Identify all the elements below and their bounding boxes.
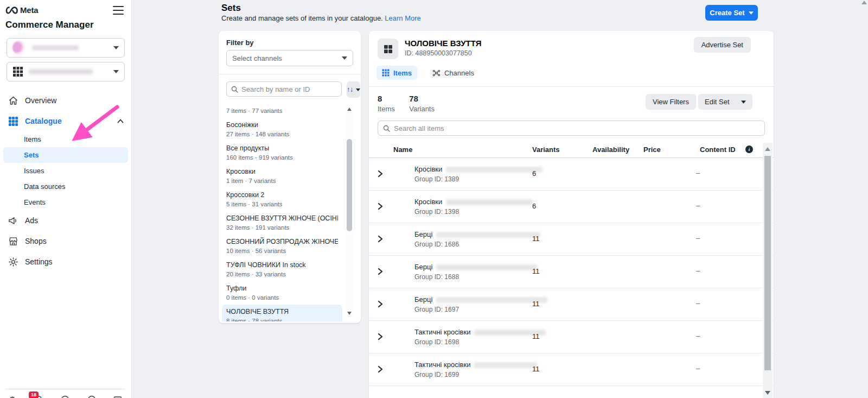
- grid-icon: [12, 66, 23, 77]
- message-icon[interactable]: [87, 395, 97, 398]
- redacted-name: [436, 264, 537, 270]
- catalogue-grid-icon: [8, 116, 18, 127]
- set-list: 7 items · 77 variants Босоніжки 27 items…: [219, 102, 361, 321]
- chevron-right-icon[interactable]: [378, 170, 383, 178]
- tab-items[interactable]: Items: [376, 66, 417, 80]
- sidebar-item-shops[interactable]: Shops: [0, 231, 131, 251]
- edit-set-button[interactable]: Edit Set: [698, 94, 752, 110]
- chevron-up-icon: [117, 119, 124, 123]
- set-list-item[interactable]: СЕЗОННИЙ РОЗПРОДАЖ ЖІНОЧЕ 10 items · 56 …: [222, 235, 342, 258]
- sidebar-item-ads[interactable]: Ads: [0, 210, 131, 231]
- item-name: Берці: [414, 263, 432, 271]
- sidebar-item-events[interactable]: Events: [0, 194, 131, 210]
- commerce-manager-app: Meta Commerce Manager Overview: [0, 0, 868, 398]
- set-list-item[interactable]: ТУФЛІ ЧОВНИКИ In stock 20 items · 33 var…: [222, 258, 342, 281]
- sidebar-item-catalogue[interactable]: Catalogue: [0, 111, 131, 131]
- business-selector[interactable]: [7, 38, 125, 58]
- scrollbar-up-icon[interactable]: [347, 108, 352, 111]
- chevron-right-icon[interactable]: [378, 365, 383, 373]
- sidebar-item-issues[interactable]: Issues: [0, 163, 131, 179]
- catalogue-selector[interactable]: [7, 62, 125, 81]
- items-search-box: [378, 121, 765, 136]
- channels-icon: [432, 69, 441, 77]
- set-list-item[interactable]: Босоніжки 27 items · 148 variants: [222, 118, 342, 141]
- table-row[interactable]: Берці Group ID: 1697 11 –: [369, 288, 774, 321]
- chevron-right-icon[interactable]: [378, 268, 383, 275]
- set-meta: 20 items · 33 variants: [226, 270, 338, 278]
- scrollbar-thumb[interactable]: [347, 139, 352, 231]
- sidebar-item-settings[interactable]: Settings: [0, 251, 131, 272]
- megaphone-icon: [8, 215, 18, 226]
- scrollbar-up-icon[interactable]: [765, 147, 770, 151]
- set-list-item[interactable]: СЕЗОННЕ ВЗУТТЯ ЖІНОЧЕ (ОСІНЬ) 32 items ·…: [222, 211, 342, 235]
- set-list-scrollbar[interactable]: [346, 105, 353, 317]
- sort-button[interactable]: ↑↓: [347, 81, 360, 98]
- redacted-name: [446, 167, 542, 173]
- scrollbar-thumb[interactable]: [764, 156, 771, 370]
- set-meta: 0 items · 0 variants: [226, 294, 338, 301]
- tab-channels[interactable]: Channels: [427, 66, 480, 80]
- chevron-right-icon[interactable]: [378, 235, 383, 243]
- page-scrollbar-up-icon[interactable]: [861, 1, 867, 4]
- items-count-label: Items: [378, 105, 395, 113]
- sidebar-item-items[interactable]: Items: [0, 131, 131, 147]
- item-group-id: Group ID: 1688: [414, 273, 459, 281]
- hamburger-menu-icon[interactable]: [113, 6, 124, 15]
- app-title: Commerce Manager: [5, 20, 126, 30]
- channels-select[interactable]: Select channels: [226, 50, 353, 66]
- learn-more-link[interactable]: Learn More: [385, 14, 420, 22]
- create-set-label: Create Set: [710, 9, 744, 17]
- advertise-set-button[interactable]: Advertise Set: [694, 37, 751, 53]
- monitor-icon[interactable]: [113, 395, 123, 398]
- items-table-body: Кросівки Group ID: 1389 6 – Кросівки Gro…: [369, 158, 774, 386]
- chevron-down-icon: [356, 89, 360, 91]
- set-list-item[interactable]: 7 items · 77 variants: [222, 103, 342, 118]
- set-name: ТУФЛІ ЧОВНИКИ In stock: [226, 261, 338, 269]
- gear-icon[interactable]: ⚙: [8, 395, 17, 398]
- table-scrollbar[interactable]: [763, 143, 773, 398]
- table-row[interactable]: Берці Group ID: 1688 11 –: [369, 256, 774, 288]
- set-tabs: Items Channels: [369, 62, 774, 86]
- scrollbar-down-icon[interactable]: [765, 391, 770, 395]
- item-name: Кросівки: [414, 165, 442, 173]
- chevron-right-icon[interactable]: [378, 300, 383, 308]
- set-list-item[interactable]: Кроссовки 2 5 items · 31 variants: [222, 188, 342, 211]
- items-search-input[interactable]: [394, 124, 760, 132]
- filter-by-label: Filter by: [226, 39, 353, 47]
- sidebar-footer-divider: [5, 389, 125, 389]
- set-meta: 27 items · 148 variants: [226, 130, 338, 138]
- info-icon[interactable]: i: [745, 146, 753, 153]
- item-name: Тактичні кросівки: [414, 328, 470, 336]
- table-row[interactable]: Тактичні кросівки Group ID: 1698 11 –: [369, 321, 774, 353]
- sidebar-item-overview[interactable]: Overview: [0, 90, 131, 111]
- table-row[interactable]: Кросівки Group ID: 1389 6 –: [369, 158, 774, 191]
- chevron-right-icon[interactable]: [378, 333, 383, 340]
- set-list-item[interactable]: Туфли 0 items · 0 variants: [222, 281, 342, 305]
- scrollbar-down-icon[interactable]: [347, 312, 352, 315]
- set-list-item[interactable]: Все продукты 160 items · 919 variants: [222, 141, 342, 165]
- table-row[interactable]: Кросівки Group ID: 1398 6 –: [369, 191, 774, 223]
- sidebar-item-label: Ads: [25, 216, 38, 225]
- item-content-id: –: [696, 267, 700, 275]
- tab-label: Channels: [444, 69, 474, 77]
- view-filters-button[interactable]: View Filters: [646, 94, 696, 110]
- sets-panel: Filter by Select channels ↑↓ 7 items · 7…: [219, 31, 361, 323]
- table-row[interactable]: Тактичні кросівки Group ID: 1699 11 –: [369, 353, 774, 386]
- redacted-name: [474, 362, 537, 368]
- sets-search-input[interactable]: [241, 85, 337, 93]
- sidebar-item-data-sources[interactable]: Data sources: [0, 179, 131, 194]
- set-list-item[interactable]: Кросовки 1 item · 7 variants: [222, 165, 342, 188]
- redacted-business-name: [32, 45, 79, 50]
- create-set-button[interactable]: Create Set: [705, 5, 758, 21]
- search-icon: [231, 86, 238, 93]
- meta-wordmark: Meta: [20, 5, 38, 15]
- sidebar-item-sets[interactable]: Sets: [3, 147, 128, 163]
- item-group-id: Group ID: 1398: [414, 208, 459, 216]
- set-list-item[interactable]: ЧОЛОВІЧЕ ВЗУТТЯ 8 items · 78 variants: [222, 305, 342, 321]
- item-content-id: –: [696, 364, 700, 372]
- help-icon[interactable]: [60, 395, 70, 398]
- table-row[interactable]: Берці Group ID: 1686 11 –: [369, 223, 774, 256]
- set-id: ID: 488950003077850: [405, 49, 481, 57]
- chevron-right-icon[interactable]: [378, 203, 383, 210]
- table-header: Name Variants Availability Price Content…: [369, 143, 774, 158]
